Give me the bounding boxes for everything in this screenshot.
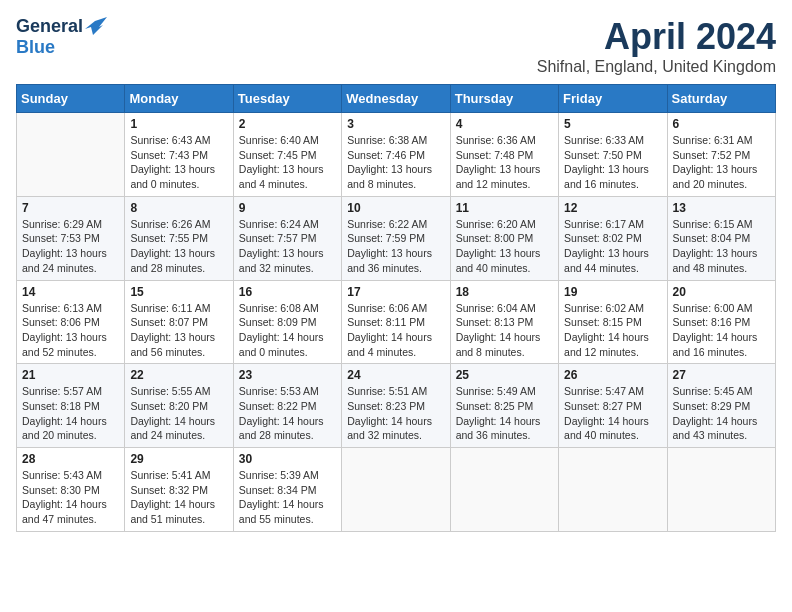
day-info: Sunrise: 5:53 AMSunset: 8:22 PMDaylight:… [239, 384, 336, 443]
calendar-cell: 10Sunrise: 6:22 AMSunset: 7:59 PMDayligh… [342, 196, 450, 280]
day-info: Sunrise: 6:43 AMSunset: 7:43 PMDaylight:… [130, 133, 227, 192]
day-info: Sunrise: 5:43 AMSunset: 8:30 PMDaylight:… [22, 468, 119, 527]
svg-marker-0 [85, 17, 107, 35]
calendar-cell: 25Sunrise: 5:49 AMSunset: 8:25 PMDayligh… [450, 364, 558, 448]
calendar-cell [342, 448, 450, 532]
calendar-cell: 15Sunrise: 6:11 AMSunset: 8:07 PMDayligh… [125, 280, 233, 364]
day-number: 17 [347, 285, 444, 299]
day-info: Sunrise: 6:40 AMSunset: 7:45 PMDaylight:… [239, 133, 336, 192]
calendar-cell: 21Sunrise: 5:57 AMSunset: 8:18 PMDayligh… [17, 364, 125, 448]
weekday-header: Monday [125, 85, 233, 113]
day-info: Sunrise: 6:06 AMSunset: 8:11 PMDaylight:… [347, 301, 444, 360]
day-info: Sunrise: 5:39 AMSunset: 8:34 PMDaylight:… [239, 468, 336, 527]
day-info: Sunrise: 6:17 AMSunset: 8:02 PMDaylight:… [564, 217, 661, 276]
calendar-cell: 27Sunrise: 5:45 AMSunset: 8:29 PMDayligh… [667, 364, 775, 448]
calendar-table: SundayMondayTuesdayWednesdayThursdayFrid… [16, 84, 776, 532]
day-info: Sunrise: 6:08 AMSunset: 8:09 PMDaylight:… [239, 301, 336, 360]
day-number: 12 [564, 201, 661, 215]
calendar-cell: 17Sunrise: 6:06 AMSunset: 8:11 PMDayligh… [342, 280, 450, 364]
day-number: 15 [130, 285, 227, 299]
calendar-cell [17, 113, 125, 197]
day-info: Sunrise: 6:33 AMSunset: 7:50 PMDaylight:… [564, 133, 661, 192]
day-number: 16 [239, 285, 336, 299]
calendar-cell [559, 448, 667, 532]
day-number: 28 [22, 452, 119, 466]
day-info: Sunrise: 6:20 AMSunset: 8:00 PMDaylight:… [456, 217, 553, 276]
day-info: Sunrise: 6:13 AMSunset: 8:06 PMDaylight:… [22, 301, 119, 360]
calendar-cell: 23Sunrise: 5:53 AMSunset: 8:22 PMDayligh… [233, 364, 341, 448]
day-number: 29 [130, 452, 227, 466]
day-info: Sunrise: 5:41 AMSunset: 8:32 PMDaylight:… [130, 468, 227, 527]
calendar-cell [667, 448, 775, 532]
day-info: Sunrise: 6:04 AMSunset: 8:13 PMDaylight:… [456, 301, 553, 360]
weekday-header: Sunday [17, 85, 125, 113]
title-area: April 2024 Shifnal, England, United King… [537, 16, 776, 76]
calendar-week-row: 21Sunrise: 5:57 AMSunset: 8:18 PMDayligh… [17, 364, 776, 448]
day-number: 24 [347, 368, 444, 382]
day-number: 20 [673, 285, 770, 299]
day-number: 19 [564, 285, 661, 299]
calendar-cell: 12Sunrise: 6:17 AMSunset: 8:02 PMDayligh… [559, 196, 667, 280]
calendar-cell [450, 448, 558, 532]
calendar-cell: 18Sunrise: 6:04 AMSunset: 8:13 PMDayligh… [450, 280, 558, 364]
day-number: 2 [239, 117, 336, 131]
calendar-header-row: SundayMondayTuesdayWednesdayThursdayFrid… [17, 85, 776, 113]
calendar-week-row: 7Sunrise: 6:29 AMSunset: 7:53 PMDaylight… [17, 196, 776, 280]
calendar-cell: 3Sunrise: 6:38 AMSunset: 7:46 PMDaylight… [342, 113, 450, 197]
weekday-header: Tuesday [233, 85, 341, 113]
day-number: 6 [673, 117, 770, 131]
day-info: Sunrise: 5:45 AMSunset: 8:29 PMDaylight:… [673, 384, 770, 443]
location-title: Shifnal, England, United Kingdom [537, 58, 776, 76]
day-info: Sunrise: 6:36 AMSunset: 7:48 PMDaylight:… [456, 133, 553, 192]
day-number: 23 [239, 368, 336, 382]
calendar-cell: 6Sunrise: 6:31 AMSunset: 7:52 PMDaylight… [667, 113, 775, 197]
day-number: 13 [673, 201, 770, 215]
day-number: 3 [347, 117, 444, 131]
calendar-cell: 28Sunrise: 5:43 AMSunset: 8:30 PMDayligh… [17, 448, 125, 532]
calendar-cell: 29Sunrise: 5:41 AMSunset: 8:32 PMDayligh… [125, 448, 233, 532]
calendar-cell: 7Sunrise: 6:29 AMSunset: 7:53 PMDaylight… [17, 196, 125, 280]
weekday-header: Thursday [450, 85, 558, 113]
day-number: 21 [22, 368, 119, 382]
day-number: 27 [673, 368, 770, 382]
weekday-header: Friday [559, 85, 667, 113]
day-info: Sunrise: 6:29 AMSunset: 7:53 PMDaylight:… [22, 217, 119, 276]
calendar-cell: 22Sunrise: 5:55 AMSunset: 8:20 PMDayligh… [125, 364, 233, 448]
calendar-cell: 1Sunrise: 6:43 AMSunset: 7:43 PMDaylight… [125, 113, 233, 197]
weekday-header: Saturday [667, 85, 775, 113]
day-info: Sunrise: 6:02 AMSunset: 8:15 PMDaylight:… [564, 301, 661, 360]
day-number: 18 [456, 285, 553, 299]
day-info: Sunrise: 6:15 AMSunset: 8:04 PMDaylight:… [673, 217, 770, 276]
day-number: 14 [22, 285, 119, 299]
day-info: Sunrise: 5:49 AMSunset: 8:25 PMDaylight:… [456, 384, 553, 443]
day-number: 9 [239, 201, 336, 215]
day-number: 22 [130, 368, 227, 382]
calendar-cell: 24Sunrise: 5:51 AMSunset: 8:23 PMDayligh… [342, 364, 450, 448]
day-info: Sunrise: 6:11 AMSunset: 8:07 PMDaylight:… [130, 301, 227, 360]
day-info: Sunrise: 5:47 AMSunset: 8:27 PMDaylight:… [564, 384, 661, 443]
day-number: 4 [456, 117, 553, 131]
calendar-cell: 4Sunrise: 6:36 AMSunset: 7:48 PMDaylight… [450, 113, 558, 197]
day-info: Sunrise: 5:57 AMSunset: 8:18 PMDaylight:… [22, 384, 119, 443]
day-info: Sunrise: 6:22 AMSunset: 7:59 PMDaylight:… [347, 217, 444, 276]
calendar-week-row: 14Sunrise: 6:13 AMSunset: 8:06 PMDayligh… [17, 280, 776, 364]
day-number: 30 [239, 452, 336, 466]
header-area: General Blue April 2024 Shifnal, England… [16, 16, 776, 76]
day-number: 10 [347, 201, 444, 215]
calendar-cell: 26Sunrise: 5:47 AMSunset: 8:27 PMDayligh… [559, 364, 667, 448]
logo-general-text: General [16, 16, 83, 37]
day-number: 8 [130, 201, 227, 215]
month-title: April 2024 [537, 16, 776, 58]
day-number: 26 [564, 368, 661, 382]
calendar-cell: 9Sunrise: 6:24 AMSunset: 7:57 PMDaylight… [233, 196, 341, 280]
calendar-week-row: 1Sunrise: 6:43 AMSunset: 7:43 PMDaylight… [17, 113, 776, 197]
day-info: Sunrise: 6:00 AMSunset: 8:16 PMDaylight:… [673, 301, 770, 360]
logo-blue-text: Blue [16, 37, 55, 58]
day-info: Sunrise: 6:24 AMSunset: 7:57 PMDaylight:… [239, 217, 336, 276]
calendar-cell: 14Sunrise: 6:13 AMSunset: 8:06 PMDayligh… [17, 280, 125, 364]
calendar-cell: 5Sunrise: 6:33 AMSunset: 7:50 PMDaylight… [559, 113, 667, 197]
calendar-cell: 19Sunrise: 6:02 AMSunset: 8:15 PMDayligh… [559, 280, 667, 364]
calendar-cell: 30Sunrise: 5:39 AMSunset: 8:34 PMDayligh… [233, 448, 341, 532]
calendar-week-row: 28Sunrise: 5:43 AMSunset: 8:30 PMDayligh… [17, 448, 776, 532]
calendar-cell: 16Sunrise: 6:08 AMSunset: 8:09 PMDayligh… [233, 280, 341, 364]
